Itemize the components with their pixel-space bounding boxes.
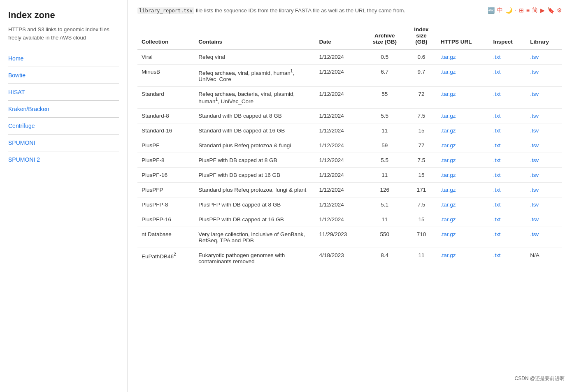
icon-grid[interactable]: ⊞ [519,7,524,14]
sidebar-title: Index zone [8,10,119,21]
library-link[interactable]: .tsv [530,231,539,237]
library-link[interactable]: .tsv [530,54,539,60]
cell-index-size: 7.5 [406,109,437,123]
library-link[interactable]: .tsv [530,157,539,163]
cell-inspect[interactable]: .txt [489,197,526,212]
inspect-link[interactable]: .txt [493,187,501,193]
https-url-link[interactable]: .tar.gz [441,54,456,60]
cell-inspect[interactable]: .txt [489,49,526,65]
icon-translate[interactable]: 中 [497,7,503,14]
inspect-link[interactable]: .txt [493,128,501,134]
sidebar-item-spumoni2[interactable]: SPUMONI 2 [8,155,119,165]
icon-settings[interactable]: ⚙ [557,7,562,14]
cell-library[interactable]: .tsv [526,138,562,153]
icon-moon[interactable]: 🌙 [505,7,512,14]
icon-video[interactable]: ▶ [540,7,545,14]
cell-library[interactable]: .tsv [526,65,562,87]
cell-inspect[interactable]: .txt [489,168,526,183]
cell-https-url[interactable]: .tar.gz [437,183,489,197]
inspect-link[interactable]: .txt [493,69,501,75]
cell-https-url[interactable]: .tar.gz [437,49,489,65]
cell-inspect[interactable]: .txt [489,183,526,197]
library-link[interactable]: .tsv [530,69,539,75]
inspect-link[interactable]: .txt [493,157,501,163]
cell-library[interactable]: .tsv [526,183,562,197]
library-link[interactable]: .tsv [530,113,539,119]
https-url-link[interactable]: .tar.gz [441,252,456,258]
cell-library[interactable]: .tsv [526,212,562,227]
inspect-link[interactable]: .txt [493,202,501,208]
cell-library[interactable]: .tsv [526,197,562,212]
cell-library[interactable]: .tsv [526,168,562,183]
cell-library[interactable]: .tsv [526,153,562,168]
library-link[interactable]: .tsv [530,142,539,148]
icon-bookmark[interactable]: 🔖 [547,7,554,14]
https-url-link[interactable]: .tar.gz [441,157,456,163]
sidebar-item-hisat[interactable]: HISAT [8,87,119,97]
cell-inspect[interactable]: .txt [489,65,526,87]
sidebar-item-centrifuge[interactable]: Centrifuge [8,121,119,131]
cell-https-url[interactable]: .tar.gz [437,227,489,248]
icon-simple[interactable]: 简 [532,7,538,14]
library-link[interactable]: .tsv [530,91,539,97]
library-link[interactable]: .tsv [530,172,539,178]
cell-https-url[interactable]: .tar.gz [437,248,489,269]
https-url-link[interactable]: .tar.gz [441,172,456,178]
icon-zh[interactable]: 🔤 [488,7,495,14]
sidebar-item-spumoni[interactable]: SPUMONI [8,138,119,148]
inspect-link[interactable]: .txt [493,54,501,60]
https-url-link[interactable]: .tar.gz [441,69,456,75]
icon-text[interactable]: ≡ [526,7,530,14]
inspect-link[interactable]: .txt [493,231,501,237]
sidebar-item-home[interactable]: Home [8,53,119,63]
cell-https-url[interactable]: .tar.gz [437,123,489,138]
cell-https-url[interactable]: .tar.gz [437,138,489,153]
icon-dot[interactable]: · [515,7,516,14]
library-link[interactable]: .tsv [530,128,539,134]
cell-inspect[interactable]: .txt [489,248,526,269]
cell-https-url[interactable]: .tar.gz [437,109,489,123]
cell-inspect[interactable]: .txt [489,123,526,138]
inspect-link[interactable]: .txt [493,216,501,223]
inspect-link[interactable]: .txt [493,172,501,178]
https-url-link[interactable]: .tar.gz [441,202,456,208]
cell-inspect[interactable]: .txt [489,212,526,227]
col-header-date: Date [315,22,363,49]
inspect-link[interactable]: .txt [493,142,501,148]
cell-https-url[interactable]: .tar.gz [437,212,489,227]
https-url-link[interactable]: .tar.gz [441,231,456,237]
https-url-link[interactable]: .tar.gz [441,113,456,119]
https-url-link[interactable]: .tar.gz [441,128,456,134]
col-header-archive-size: Archivesize (GB) [363,22,406,49]
inspect-link[interactable]: .txt [493,91,501,97]
cell-https-url[interactable]: .tar.gz [437,168,489,183]
cell-library[interactable]: .tsv [526,123,562,138]
cell-inspect[interactable]: .txt [489,227,526,248]
cell-library[interactable]: .tsv [526,49,562,65]
cell-inspect[interactable]: .txt [489,86,526,109]
https-url-link[interactable]: .tar.gz [441,91,456,97]
cell-inspect[interactable]: .txt [489,138,526,153]
inspect-link[interactable]: .txt [493,252,501,258]
sidebar-description: HTTPS and S3 links to genomic index file… [8,26,119,42]
sidebar-item-bowtie[interactable]: Bowtie [8,70,119,80]
library-link[interactable]: .tsv [530,202,539,208]
https-url-link[interactable]: .tar.gz [441,216,456,223]
cell-library[interactable]: .tsv [526,86,562,109]
inspect-link[interactable]: .txt [493,113,501,119]
cell-https-url[interactable]: .tar.gz [437,86,489,109]
sidebar-item-kraken[interactable]: Kraken/Bracken [8,104,119,114]
library-link[interactable]: .tsv [530,187,539,193]
library-link[interactable]: .tsv [530,216,539,223]
cell-library[interactable]: .tsv [526,227,562,248]
cell-https-url[interactable]: .tar.gz [437,65,489,87]
cell-https-url[interactable]: .tar.gz [437,153,489,168]
https-url-link[interactable]: .tar.gz [441,187,456,193]
cell-archive-size: 5.5 [363,109,406,123]
cell-https-url[interactable]: .tar.gz [437,197,489,212]
cell-collection: EuPathDB462 [137,248,194,269]
https-url-link[interactable]: .tar.gz [441,142,456,148]
cell-inspect[interactable]: .txt [489,153,526,168]
cell-inspect[interactable]: .txt [489,109,526,123]
cell-library[interactable]: .tsv [526,109,562,123]
